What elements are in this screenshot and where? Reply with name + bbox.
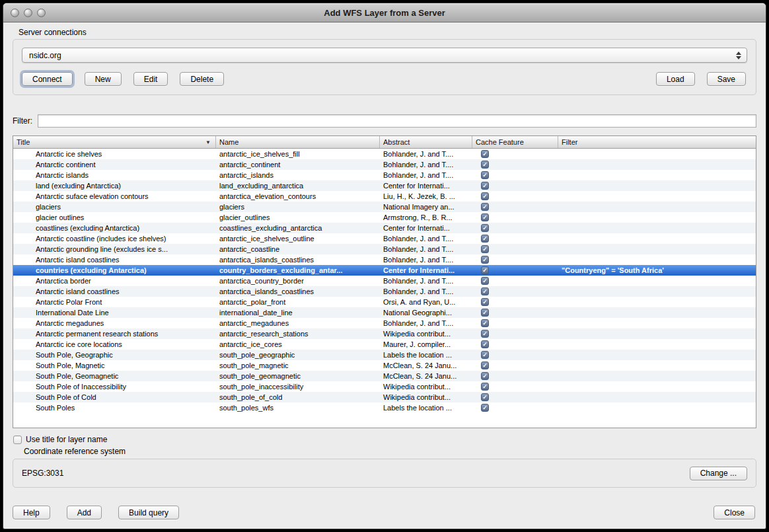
cache-feature-checkbox[interactable]: ✓ xyxy=(481,309,489,317)
table-row[interactable]: countries (excluding Antarctica)country_… xyxy=(13,265,756,276)
table-row[interactable]: glaciersglaciersNational Imagery an...✓ xyxy=(13,202,756,212)
row-cache-cell: ✓ xyxy=(472,318,558,328)
row-cache-cell: ✓ xyxy=(472,233,558,244)
change-crs-button[interactable]: Change ... xyxy=(690,467,747,480)
table-row[interactable]: South Polessouth_poles_wfsLabels the loc… xyxy=(13,402,756,413)
row-title: Antarctica border xyxy=(13,276,215,286)
row-abstract: Bohlander, J. and T.... xyxy=(379,286,472,297)
server-select[interactable]: nsidc.org xyxy=(22,48,747,63)
cache-feature-checkbox[interactable]: ✓ xyxy=(481,319,489,327)
table-row[interactable]: land (excluding Antarctica)land_excludin… xyxy=(13,180,756,191)
column-header-title[interactable]: Title ▼ xyxy=(13,136,215,148)
row-abstract: Wikipedia contribut... xyxy=(379,392,472,402)
help-button[interactable]: Help xyxy=(13,506,50,519)
cache-feature-checkbox[interactable]: ✓ xyxy=(481,340,489,348)
delete-button[interactable]: Delete xyxy=(180,72,224,86)
row-cache-cell: ✓ xyxy=(472,191,558,202)
row-abstract: McClean, S. 24 Janu... xyxy=(379,371,472,381)
filter-input[interactable] xyxy=(38,114,756,128)
cache-feature-checkbox[interactable]: ✓ xyxy=(481,203,489,211)
row-abstract: Bohlander, J. and T.... xyxy=(379,233,472,244)
cache-feature-checkbox[interactable]: ✓ xyxy=(481,192,489,200)
use-title-row: Use title for layer name xyxy=(13,435,756,444)
row-title: Antarctic ice core locations xyxy=(13,339,215,350)
table-row[interactable]: Antarctic island coastlinesantarctica_is… xyxy=(13,286,756,297)
table-row[interactable]: Antarctic ice core locationsantarctic_ic… xyxy=(13,339,756,350)
footer-buttons-row: Help Add Build query Close xyxy=(13,506,756,519)
cache-feature-checkbox[interactable]: ✓ xyxy=(481,277,489,285)
cache-feature-checkbox[interactable]: ✓ xyxy=(481,245,489,253)
load-button[interactable]: Load xyxy=(656,72,695,86)
cache-feature-checkbox[interactable]: ✓ xyxy=(481,287,489,295)
sort-descending-icon[interactable]: ▼ xyxy=(205,139,212,145)
row-filter xyxy=(558,360,756,371)
cache-feature-checkbox[interactable]: ✓ xyxy=(481,351,489,359)
table-row[interactable]: South Pole, Magneticsouth_pole_magneticM… xyxy=(13,360,756,371)
add-button[interactable]: Add xyxy=(67,506,102,519)
row-cache-cell: ✓ xyxy=(472,307,558,318)
table-row[interactable]: Antarctic suface elevation contoursantar… xyxy=(13,191,756,202)
connect-button[interactable]: Connect xyxy=(22,72,73,86)
table-row[interactable]: Antarctic island coastlinesantarctica_is… xyxy=(13,254,756,265)
new-button[interactable]: New xyxy=(85,72,122,86)
table-row[interactable]: Antarctic ice shelvesantarctic_ice_shelv… xyxy=(13,149,756,159)
cache-feature-checkbox[interactable]: ✓ xyxy=(481,161,489,169)
table-row[interactable]: glacier outlinesglacier_outlinesArmstron… xyxy=(13,212,756,223)
cache-feature-checkbox[interactable]: ✓ xyxy=(481,393,489,401)
row-name: antarctica_islands_coastlines xyxy=(215,286,379,297)
close-button[interactable]: Close xyxy=(714,506,755,519)
cache-feature-checkbox[interactable]: ✓ xyxy=(481,372,489,380)
table-row[interactable]: South Pole, Geomagneticsouth_pole_geomag… xyxy=(13,371,756,381)
cache-feature-checkbox[interactable]: ✓ xyxy=(481,330,489,338)
table-row[interactable]: Antarctic coastline (includes ice shelve… xyxy=(13,233,756,244)
use-title-checkbox[interactable] xyxy=(13,436,22,444)
zoom-icon[interactable] xyxy=(37,9,46,17)
row-abstract: McClean, S. 24 Janu... xyxy=(379,360,472,371)
minimize-icon[interactable] xyxy=(24,9,32,17)
table-row[interactable]: Antarctic permanent research stationsant… xyxy=(13,328,756,339)
cache-feature-checkbox[interactable]: ✓ xyxy=(481,404,489,412)
table-row[interactable]: coastlines (excluding Antarctica)coastli… xyxy=(13,223,756,233)
edit-button[interactable]: Edit xyxy=(133,72,168,86)
table-row[interactable]: South Pole of Inaccessibilitysouth_pole_… xyxy=(13,381,756,392)
row-filter xyxy=(558,233,756,244)
row-abstract: Labels the location ... xyxy=(379,350,472,360)
row-cache-cell: ✓ xyxy=(472,170,558,180)
cache-feature-checkbox[interactable]: ✓ xyxy=(481,235,489,243)
cache-feature-checkbox[interactable]: ✓ xyxy=(481,171,489,179)
table-row[interactable]: Antarctic continentantarctic_continentBo… xyxy=(13,159,756,170)
row-abstract: Orsi, A. and Ryan, U... xyxy=(379,297,472,307)
cache-feature-checkbox[interactable]: ✓ xyxy=(481,383,489,391)
row-title: land (excluding Antarctica) xyxy=(13,180,215,191)
table-row[interactable]: South Pole, Geographicsouth_pole_geograp… xyxy=(13,350,756,360)
row-abstract: Wikipedia contribut... xyxy=(379,328,472,339)
table-row[interactable]: International Date Lineinternational_dat… xyxy=(13,307,756,318)
table-row[interactable]: South Pole of Coldsouth_pole_of_coldWiki… xyxy=(13,392,756,402)
cache-feature-checkbox[interactable]: ✓ xyxy=(481,213,489,221)
row-filter xyxy=(558,276,756,286)
server-connections-group: nsidc.org Connect New Edit Delete Load S… xyxy=(13,39,756,95)
column-header-name[interactable]: Name xyxy=(215,136,379,148)
build-query-button[interactable]: Build query xyxy=(118,506,179,519)
cache-feature-checkbox[interactable]: ✓ xyxy=(481,256,489,264)
save-button[interactable]: Save xyxy=(707,72,746,86)
cache-feature-checkbox[interactable]: ✓ xyxy=(481,150,489,158)
cache-feature-checkbox[interactable]: ✓ xyxy=(481,361,489,369)
table-row[interactable]: Antarctic islandsantarctic_islandsBohlan… xyxy=(13,170,756,180)
column-header-cache-feature[interactable]: Cache Feature xyxy=(472,136,558,148)
column-header-abstract[interactable]: Abstract xyxy=(379,136,472,148)
cache-feature-checkbox[interactable]: ✓ xyxy=(481,182,489,190)
close-icon[interactable] xyxy=(11,9,19,17)
column-header-filter[interactable]: Filter xyxy=(558,136,756,148)
table-row[interactable]: Antarctica borderantarctica_country_bord… xyxy=(13,276,756,286)
title-bar[interactable]: Add WFS Layer from a Server xyxy=(3,3,766,22)
cache-feature-checkbox[interactable]: ✓ xyxy=(481,266,489,274)
cache-feature-checkbox[interactable]: ✓ xyxy=(481,224,489,232)
table-row[interactable]: Antarctic grounding line (excludes ice s… xyxy=(13,244,756,254)
table-row[interactable]: Antarctic Polar Frontantarctic_polar_fro… xyxy=(13,297,756,307)
cache-feature-checkbox[interactable]: ✓ xyxy=(481,298,489,306)
row-title: South Pole, Geographic xyxy=(13,350,215,360)
table-row[interactable]: Antarctic megadunesantarctic_megadunesBo… xyxy=(13,318,756,328)
row-abstract: Bohlander, J. and T.... xyxy=(379,170,472,180)
row-title: Antarctic island coastlines xyxy=(13,286,215,297)
